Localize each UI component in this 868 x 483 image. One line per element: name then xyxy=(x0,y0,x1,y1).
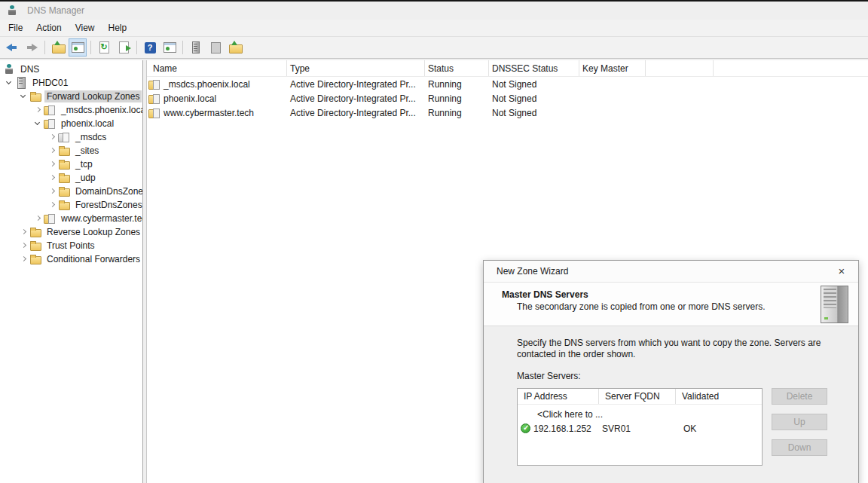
tree-item-label[interactable]: _sites xyxy=(73,145,101,157)
show-window-button[interactable] xyxy=(160,38,179,57)
column-header-ip-address[interactable]: IP Address xyxy=(518,389,599,404)
down-button[interactable]: Down xyxy=(772,439,827,456)
tree-item-label[interactable]: Conditional Forwarders xyxy=(44,253,142,265)
table-row[interactable]: 192.168.1.252 SVR01 OK xyxy=(518,422,762,436)
tree-item-reverse-lookup-zones[interactable]: Reverse Lookup Zones xyxy=(0,225,142,239)
up-button[interactable]: Up xyxy=(772,414,827,430)
menu-action[interactable]: Action xyxy=(29,20,68,35)
back-button[interactable] xyxy=(3,38,21,57)
chevron-collapsed-icon[interactable] xyxy=(17,226,29,238)
console-tree-pane: DNS PHDC01 Forward Lookup Zones _msdcs.p… xyxy=(0,60,143,483)
window-title: DNS Manager xyxy=(27,5,84,16)
table-row[interactable]: _msdcs.phoenix.local Active Directory-In… xyxy=(147,77,868,91)
chevron-collapsed-icon[interactable] xyxy=(17,240,29,252)
chevron-collapsed-icon[interactable] xyxy=(46,199,58,211)
dialog-title-bar[interactable]: New Zone Wizard xyxy=(484,261,858,283)
chevron-collapsed-icon[interactable] xyxy=(46,172,58,184)
master-servers-table[interactable]: IP Address Server FQDN Validated <Click … xyxy=(517,388,763,466)
tree-item-forestdnszones[interactable]: ForestDnsZones xyxy=(0,198,142,212)
refresh-button[interactable] xyxy=(95,38,113,57)
tree-item-label[interactable]: phoenix.local xyxy=(59,118,116,130)
server-tower-icon xyxy=(821,286,848,323)
zone-folder-button[interactable] xyxy=(226,38,244,57)
tree-item-domaindnszones[interactable]: DomainDnsZones xyxy=(0,185,142,198)
dns-zone-icon xyxy=(148,107,160,119)
chevron-collapsed-icon[interactable] xyxy=(46,145,58,157)
chevron-expanded-icon[interactable] xyxy=(17,90,29,102)
zone-name: _msdcs.phoenix.local xyxy=(164,79,250,90)
column-header-key-master[interactable]: Key Master xyxy=(579,60,646,76)
zone-status: Running xyxy=(425,108,489,118)
close-button[interactable]: × xyxy=(833,263,851,280)
column-header-validated[interactable]: Validated xyxy=(676,389,762,404)
tree-item-label[interactable]: ForestDnsZones xyxy=(73,199,143,211)
column-header-server-fqdn[interactable]: Server FQDN xyxy=(599,389,676,404)
chevron-expanded-icon[interactable] xyxy=(3,77,15,89)
chevron-collapsed-icon[interactable] xyxy=(46,185,58,197)
export-list-icon xyxy=(119,41,129,53)
tree-item-label[interactable]: Reverse Lookup Zones xyxy=(44,226,142,238)
tree-item-udp[interactable]: _udp xyxy=(0,171,142,185)
tree-item-label[interactable]: _tcp xyxy=(73,158,95,170)
zone-name-cell[interactable]: www.cybermaster.tech xyxy=(147,107,287,119)
tree-item-label[interactable]: PHDC01 xyxy=(30,77,70,89)
show-console-tree-button[interactable] xyxy=(69,38,87,57)
zone-folder-icon xyxy=(229,42,242,53)
column-header-dnssec-status[interactable]: DNSSEC Status xyxy=(489,60,579,76)
chevron-collapsed-icon[interactable] xyxy=(17,253,29,265)
up-one-level-button[interactable] xyxy=(49,38,67,57)
properties-button[interactable] xyxy=(206,38,225,57)
zone-name: www.cybermaster.tech xyxy=(164,108,254,118)
zone-type: Active Directory-Integrated Pr... xyxy=(287,79,425,90)
column-header-name[interactable]: Name xyxy=(147,60,287,76)
table-row[interactable]: phoenix.local Active Directory-Integrate… xyxy=(147,91,868,105)
tree-item-label[interactable]: www.cybermaster.tech xyxy=(59,212,143,225)
zone-name-cell[interactable]: phoenix.local xyxy=(147,93,287,105)
chevron-collapsed-icon[interactable] xyxy=(46,158,58,170)
tree-item-www-cybermaster-tech[interactable]: www.cybermaster.tech xyxy=(0,212,142,225)
chevron-collapsed-icon[interactable] xyxy=(32,104,44,116)
tree-item-phdc01[interactable]: PHDC01 xyxy=(0,76,142,90)
close-icon: × xyxy=(839,264,845,277)
menu-view[interactable]: View xyxy=(69,20,102,35)
tree-item-forward-lookup-zones[interactable]: Forward Lookup Zones xyxy=(0,90,142,103)
tree-item-msdcs-phoenix-local[interactable]: _msdcs.phoenix.local xyxy=(0,103,142,117)
validated-check-icon xyxy=(521,423,530,433)
chevron-expanded-icon[interactable] xyxy=(32,118,44,130)
zone-status: Running xyxy=(425,93,489,104)
menu-file[interactable]: File xyxy=(2,20,29,35)
tree-item-dns-root[interactable]: DNS xyxy=(0,63,142,76)
tree-item-phoenix-local[interactable]: phoenix.local xyxy=(0,117,142,130)
tree-item-label[interactable]: _udp xyxy=(73,172,98,184)
column-header-type[interactable]: Type xyxy=(287,60,425,76)
forward-button[interactable] xyxy=(23,38,41,57)
tree-item-tcp[interactable]: _tcp xyxy=(0,157,142,171)
delegated-zone-icon xyxy=(58,131,70,143)
delete-button[interactable]: Delete xyxy=(772,388,827,405)
tree-item-sites[interactable]: _sites xyxy=(0,144,142,157)
dns-root-icon xyxy=(3,63,15,75)
export-list-button[interactable] xyxy=(115,38,133,57)
tree-item-label[interactable]: Forward Lookup Zones xyxy=(44,90,142,102)
add-server-row[interactable]: <Click here to ... xyxy=(537,409,603,420)
tree-item-conditional-forwarders[interactable]: Conditional Forwarders xyxy=(0,252,142,266)
table-row[interactable]: www.cybermaster.tech Active Directory-In… xyxy=(147,105,868,120)
chevron-collapsed-icon[interactable] xyxy=(32,212,44,225)
tree-item-label[interactable]: _msdcs xyxy=(73,131,108,143)
tree-item-label[interactable]: DNS xyxy=(18,63,41,75)
server-list-button[interactable] xyxy=(187,38,205,57)
back-arrow-icon xyxy=(6,42,18,53)
column-header-status[interactable]: Status xyxy=(425,60,489,76)
wizard-heading: Master DNS Servers xyxy=(502,289,588,300)
help-button[interactable] xyxy=(141,38,159,57)
menu-help[interactable]: Help xyxy=(102,20,134,35)
zone-type: Active Directory-Integrated Pr... xyxy=(287,108,425,118)
tree-item-msdcs[interactable]: _msdcs xyxy=(0,130,142,144)
tree-item-label[interactable]: DomainDnsZones xyxy=(73,185,143,197)
tree-item-label[interactable]: Trust Points xyxy=(44,240,97,252)
tree-item-trust-points[interactable]: Trust Points xyxy=(0,239,142,252)
chevron-collapsed-icon[interactable] xyxy=(46,131,58,143)
zone-name: phoenix.local xyxy=(164,93,216,104)
tree-item-label[interactable]: _msdcs.phoenix.local xyxy=(59,104,143,116)
zone-name-cell[interactable]: _msdcs.phoenix.local xyxy=(147,78,287,90)
